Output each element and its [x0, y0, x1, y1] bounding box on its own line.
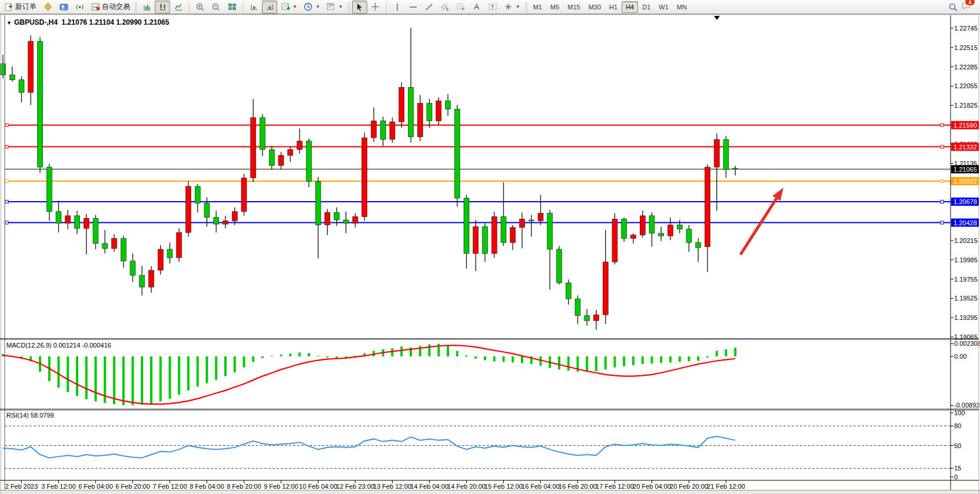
candle-body: [65, 216, 71, 223]
price-line-label-text: 1.20428: [954, 219, 977, 226]
candle-body: [343, 220, 348, 223]
crosshair-tool-button[interactable]: [368, 1, 383, 14]
candle-body: [510, 228, 516, 243]
time-axis-label: 6 Feb 04:00: [78, 483, 113, 490]
candle-body: [241, 178, 247, 212]
timeframe-button-H4[interactable]: H4: [622, 1, 638, 13]
current-price-label-text: 1.21065: [954, 166, 977, 173]
signals-button[interactable]: [72, 1, 87, 14]
price-axis-tick-label: 1.19985: [954, 256, 978, 263]
line-handle[interactable]: [5, 221, 8, 224]
zoom-out-button[interactable]: [208, 1, 224, 14]
rsi-axis-label: 0: [954, 473, 958, 480]
timeframe-button-M15[interactable]: M15: [563, 1, 584, 13]
line-handle[interactable]: [941, 200, 944, 203]
chart-shift-icon: [265, 2, 274, 12]
candle: [612, 213, 617, 265]
market-watch-button[interactable]: [40, 1, 55, 14]
timeframe-button-W1[interactable]: W1: [655, 1, 673, 13]
line-handle[interactable]: [5, 200, 8, 203]
tile-windows-icon: [227, 2, 237, 12]
templates-button[interactable]: ▼: [324, 1, 346, 14]
line-handle[interactable]: [5, 180, 8, 183]
timeframe-button-M5[interactable]: M5: [546, 1, 563, 13]
timeframe-button-D1[interactable]: D1: [638, 1, 655, 13]
chat-button[interactable]: 1: [961, 1, 971, 13]
fibonacci-tool-button[interactable]: F: [453, 1, 469, 14]
time-axis-label: 16 Feb 04:00: [521, 483, 560, 490]
price-line-label-text: 1.21332: [954, 143, 977, 151]
candle-body: [315, 181, 321, 225]
candle-body: [640, 216, 645, 235]
candle-body: [417, 104, 423, 137]
timeframe-button-H1[interactable]: H1: [605, 1, 622, 13]
candle-body: [177, 232, 182, 258]
auto-scroll-button[interactable]: [246, 1, 261, 14]
candle-body: [520, 219, 525, 228]
time-axis-label: 21 Feb 12:00: [707, 483, 745, 490]
time-axis-label: 16 Feb 20:00: [559, 483, 597, 490]
price-axis-tick-label: 1.19295: [954, 314, 978, 321]
line-handle[interactable]: [5, 145, 8, 148]
timeframe-button-M1[interactable]: M1: [529, 1, 546, 13]
macd-axis-label: 0.00: [954, 353, 966, 360]
candle-body: [677, 225, 682, 229]
candle-body: [454, 109, 460, 198]
line-handle[interactable]: [941, 124, 944, 126]
zoom-in-button[interactable]: [192, 1, 208, 14]
new-order-button[interactable]: 新订单: [1, 1, 39, 14]
line-handle[interactable]: [5, 124, 8, 126]
vertical-line-tool-button[interactable]: [390, 1, 405, 14]
candle: [241, 174, 247, 216]
candle-body: [733, 168, 738, 169]
search-button[interactable]: [945, 1, 961, 14]
mt4-terminal: 新订单 自动交易: [0, 0, 980, 494]
candle-body: [659, 233, 664, 236]
equidistant-channel-tool-button[interactable]: E: [437, 1, 453, 14]
candle-body: [473, 226, 479, 253]
line-handle[interactable]: [941, 180, 944, 183]
candlestick-chart-button[interactable]: [155, 1, 170, 14]
new-chart-icon: [281, 2, 290, 12]
candle-body: [223, 221, 228, 224]
candle-body: [260, 118, 265, 149]
rsi-axis-label: 15: [954, 465, 961, 472]
text-label-icon: T: [488, 2, 497, 12]
periods-button[interactable]: ▼: [301, 1, 323, 14]
text-tool-button[interactable]: A: [469, 1, 484, 14]
candle: [491, 212, 497, 258]
cursor-tool-button[interactable]: [352, 1, 367, 14]
candle-body: [28, 41, 34, 92]
new-chart-button[interactable]: ▼: [278, 1, 300, 14]
bars-chart-button[interactable]: [139, 1, 154, 14]
candle-body: [436, 101, 441, 121]
chart-canvas[interactable]: 1.227451.225151.222851.220551.218251.215…: [0, 0, 980, 494]
text-label-tool-button[interactable]: T: [485, 1, 500, 14]
line-handle[interactable]: [941, 145, 944, 148]
timeframe-toolbar: M1M5M15M30H1H4D1W1MN: [529, 1, 691, 13]
timeframe-button-MN[interactable]: MN: [673, 1, 691, 13]
candle-body: [547, 213, 553, 249]
time-axis-label: 3 Feb 12:00: [41, 483, 76, 490]
horizontal-line-tool-button[interactable]: [406, 1, 421, 14]
search-icon: [948, 2, 958, 12]
candle: [186, 181, 191, 236]
candle-body: [251, 118, 256, 178]
autotrading-button[interactable]: 自动交易: [88, 1, 133, 14]
line-chart-button[interactable]: [171, 1, 186, 14]
time-axis-label: 10 Feb 04:00: [299, 483, 337, 490]
new-order-icon: [4, 2, 14, 12]
trendline-tool-button[interactable]: [421, 1, 437, 14]
bars-chart-icon: [142, 2, 151, 12]
mql5-community-button[interactable]: [56, 1, 71, 14]
time-axis-label: 6 Feb 20:00: [115, 483, 150, 490]
shapes-tool-button[interactable]: ▼: [501, 1, 523, 14]
tile-windows-button[interactable]: [224, 1, 240, 14]
line-handle[interactable]: [941, 221, 944, 224]
chart-shift-button[interactable]: [262, 1, 277, 14]
candle: [306, 139, 311, 188]
toolbar-separator: [386, 2, 387, 12]
fibonacci-icon: F: [456, 2, 466, 12]
timeframe-button-M30[interactable]: M30: [584, 1, 605, 13]
candle-body: [158, 249, 163, 271]
